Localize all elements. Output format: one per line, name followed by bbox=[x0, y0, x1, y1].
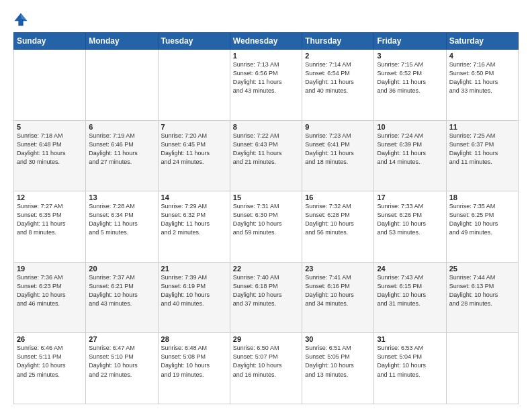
calendar-cell: 18Sunrise: 7:35 AMSunset: 6:25 PMDayligh… bbox=[446, 191, 518, 263]
day-info: Sunrise: 6:50 AMSunset: 5:07 PMDaylight:… bbox=[233, 344, 299, 379]
day-info: Sunrise: 7:18 AMSunset: 6:48 PMDaylight:… bbox=[17, 132, 83, 167]
weekday-monday: Monday bbox=[86, 33, 158, 50]
day-number: 19 bbox=[17, 265, 83, 273]
day-number: 6 bbox=[89, 123, 154, 131]
calendar-cell bbox=[446, 333, 518, 404]
day-number: 17 bbox=[377, 193, 443, 201]
day-info: Sunrise: 6:48 AMSunset: 5:08 PMDaylight:… bbox=[161, 344, 227, 379]
calendar-row-0: 1Sunrise: 7:13 AMSunset: 6:56 PMDaylight… bbox=[14, 50, 519, 121]
day-info: Sunrise: 7:44 AMSunset: 6:13 PMDaylight:… bbox=[449, 273, 515, 308]
day-info: Sunrise: 7:22 AMSunset: 6:43 PMDaylight:… bbox=[233, 132, 299, 167]
logo bbox=[13, 12, 29, 27]
weekday-sunday: Sunday bbox=[14, 33, 86, 50]
calendar-cell: 25Sunrise: 7:44 AMSunset: 6:13 PMDayligh… bbox=[446, 262, 518, 333]
calendar-cell: 8Sunrise: 7:22 AMSunset: 6:43 PMDaylight… bbox=[230, 120, 302, 191]
header bbox=[13, 12, 519, 27]
calendar-cell: 17Sunrise: 7:33 AMSunset: 6:26 PMDayligh… bbox=[374, 191, 446, 263]
day-number: 24 bbox=[377, 265, 443, 273]
day-number: 11 bbox=[449, 123, 515, 131]
calendar-cell: 12Sunrise: 7:27 AMSunset: 6:35 PMDayligh… bbox=[14, 191, 86, 263]
calendar-cell: 22Sunrise: 7:40 AMSunset: 6:18 PMDayligh… bbox=[230, 262, 302, 333]
day-number: 27 bbox=[89, 335, 154, 343]
day-number: 23 bbox=[305, 265, 371, 273]
calendar-cell: 14Sunrise: 7:29 AMSunset: 6:32 PMDayligh… bbox=[158, 191, 230, 263]
calendar-row-4: 26Sunrise: 6:46 AMSunset: 5:11 PMDayligh… bbox=[14, 333, 519, 404]
day-number: 30 bbox=[305, 335, 371, 343]
day-number: 10 bbox=[377, 123, 443, 131]
day-number: 5 bbox=[17, 123, 83, 131]
calendar-row-2: 12Sunrise: 7:27 AMSunset: 6:35 PMDayligh… bbox=[14, 191, 519, 263]
calendar-table: SundayMondayTuesdayWednesdayThursdayFrid… bbox=[13, 32, 519, 404]
calendar-cell: 27Sunrise: 6:47 AMSunset: 5:10 PMDayligh… bbox=[86, 333, 158, 404]
weekday-thursday: Thursday bbox=[302, 33, 374, 50]
day-number: 14 bbox=[161, 193, 227, 201]
calendar-cell: 15Sunrise: 7:31 AMSunset: 6:30 PMDayligh… bbox=[230, 191, 302, 263]
day-info: Sunrise: 7:32 AMSunset: 6:28 PMDaylight:… bbox=[305, 202, 371, 237]
calendar-cell: 3Sunrise: 7:15 AMSunset: 6:52 PMDaylight… bbox=[374, 50, 446, 121]
day-number: 21 bbox=[161, 265, 227, 273]
calendar-cell: 7Sunrise: 7:20 AMSunset: 6:45 PMDaylight… bbox=[158, 120, 230, 191]
calendar-cell: 21Sunrise: 7:39 AMSunset: 6:19 PMDayligh… bbox=[158, 262, 230, 333]
day-info: Sunrise: 7:23 AMSunset: 6:41 PMDaylight:… bbox=[305, 132, 371, 167]
day-number: 13 bbox=[89, 193, 154, 201]
day-info: Sunrise: 6:46 AMSunset: 5:11 PMDaylight:… bbox=[17, 344, 83, 379]
day-info: Sunrise: 7:20 AMSunset: 6:45 PMDaylight:… bbox=[161, 132, 227, 167]
day-info: Sunrise: 7:43 AMSunset: 6:15 PMDaylight:… bbox=[377, 273, 443, 308]
calendar-cell: 28Sunrise: 6:48 AMSunset: 5:08 PMDayligh… bbox=[158, 333, 230, 404]
calendar-cell: 23Sunrise: 7:41 AMSunset: 6:16 PMDayligh… bbox=[302, 262, 374, 333]
weekday-wednesday: Wednesday bbox=[230, 33, 302, 50]
day-number: 2 bbox=[305, 52, 371, 60]
day-number: 3 bbox=[377, 52, 443, 60]
calendar-cell: 13Sunrise: 7:28 AMSunset: 6:34 PMDayligh… bbox=[86, 191, 158, 263]
day-number: 26 bbox=[17, 335, 83, 343]
calendar-cell: 4Sunrise: 7:16 AMSunset: 6:50 PMDaylight… bbox=[446, 50, 518, 121]
day-number: 8 bbox=[233, 123, 299, 131]
calendar-cell: 31Sunrise: 6:53 AMSunset: 5:04 PMDayligh… bbox=[374, 333, 446, 404]
day-number: 12 bbox=[17, 193, 83, 201]
day-number: 15 bbox=[233, 193, 299, 201]
day-info: Sunrise: 7:13 AMSunset: 6:56 PMDaylight:… bbox=[233, 60, 299, 95]
day-info: Sunrise: 7:35 AMSunset: 6:25 PMDaylight:… bbox=[449, 202, 515, 237]
day-info: Sunrise: 7:15 AMSunset: 6:52 PMDaylight:… bbox=[377, 60, 443, 95]
weekday-friday: Friday bbox=[374, 33, 446, 50]
day-info: Sunrise: 7:39 AMSunset: 6:19 PMDaylight:… bbox=[161, 273, 227, 308]
day-info: Sunrise: 7:25 AMSunset: 6:37 PMDaylight:… bbox=[449, 132, 515, 167]
calendar-cell: 20Sunrise: 7:37 AMSunset: 6:21 PMDayligh… bbox=[86, 262, 158, 333]
calendar-cell: 1Sunrise: 7:13 AMSunset: 6:56 PMDaylight… bbox=[230, 50, 302, 121]
calendar-page: SundayMondayTuesdayWednesdayThursdayFrid… bbox=[0, 0, 532, 411]
day-number: 4 bbox=[449, 52, 515, 60]
calendar-cell: 16Sunrise: 7:32 AMSunset: 6:28 PMDayligh… bbox=[302, 191, 374, 263]
calendar-cell: 30Sunrise: 6:51 AMSunset: 5:05 PMDayligh… bbox=[302, 333, 374, 404]
day-info: Sunrise: 7:24 AMSunset: 6:39 PMDaylight:… bbox=[377, 132, 443, 167]
weekday-tuesday: Tuesday bbox=[158, 33, 230, 50]
day-info: Sunrise: 7:14 AMSunset: 6:54 PMDaylight:… bbox=[305, 60, 371, 95]
day-info: Sunrise: 7:36 AMSunset: 6:23 PMDaylight:… bbox=[17, 273, 83, 308]
calendar-cell: 10Sunrise: 7:24 AMSunset: 6:39 PMDayligh… bbox=[374, 120, 446, 191]
logo-icon bbox=[13, 12, 28, 27]
day-number: 31 bbox=[377, 335, 443, 343]
weekday-saturday: Saturday bbox=[446, 33, 518, 50]
day-info: Sunrise: 7:40 AMSunset: 6:18 PMDaylight:… bbox=[233, 273, 299, 308]
day-info: Sunrise: 7:29 AMSunset: 6:32 PMDaylight:… bbox=[161, 202, 227, 237]
day-info: Sunrise: 7:16 AMSunset: 6:50 PMDaylight:… bbox=[449, 60, 515, 95]
calendar-cell: 6Sunrise: 7:19 AMSunset: 6:46 PMDaylight… bbox=[86, 120, 158, 191]
calendar-cell bbox=[86, 50, 158, 121]
day-number: 16 bbox=[305, 193, 371, 201]
calendar-cell: 29Sunrise: 6:50 AMSunset: 5:07 PMDayligh… bbox=[230, 333, 302, 404]
day-number: 9 bbox=[305, 123, 371, 131]
day-info: Sunrise: 6:53 AMSunset: 5:04 PMDaylight:… bbox=[377, 344, 443, 379]
calendar-cell: 11Sunrise: 7:25 AMSunset: 6:37 PMDayligh… bbox=[446, 120, 518, 191]
day-info: Sunrise: 7:31 AMSunset: 6:30 PMDaylight:… bbox=[233, 202, 299, 237]
calendar-cell: 9Sunrise: 7:23 AMSunset: 6:41 PMDaylight… bbox=[302, 120, 374, 191]
calendar-cell: 24Sunrise: 7:43 AMSunset: 6:15 PMDayligh… bbox=[374, 262, 446, 333]
weekday-header-row: SundayMondayTuesdayWednesdayThursdayFrid… bbox=[14, 33, 519, 50]
calendar-cell: 19Sunrise: 7:36 AMSunset: 6:23 PMDayligh… bbox=[14, 262, 86, 333]
day-info: Sunrise: 6:51 AMSunset: 5:05 PMDaylight:… bbox=[305, 344, 371, 379]
day-info: Sunrise: 7:27 AMSunset: 6:35 PMDaylight:… bbox=[17, 202, 83, 237]
day-info: Sunrise: 7:19 AMSunset: 6:46 PMDaylight:… bbox=[89, 132, 154, 167]
calendar-cell bbox=[14, 50, 86, 121]
calendar-cell: 5Sunrise: 7:18 AMSunset: 6:48 PMDaylight… bbox=[14, 120, 86, 191]
day-info: Sunrise: 6:47 AMSunset: 5:10 PMDaylight:… bbox=[89, 344, 154, 379]
calendar-row-3: 19Sunrise: 7:36 AMSunset: 6:23 PMDayligh… bbox=[14, 262, 519, 333]
day-number: 7 bbox=[161, 123, 227, 131]
